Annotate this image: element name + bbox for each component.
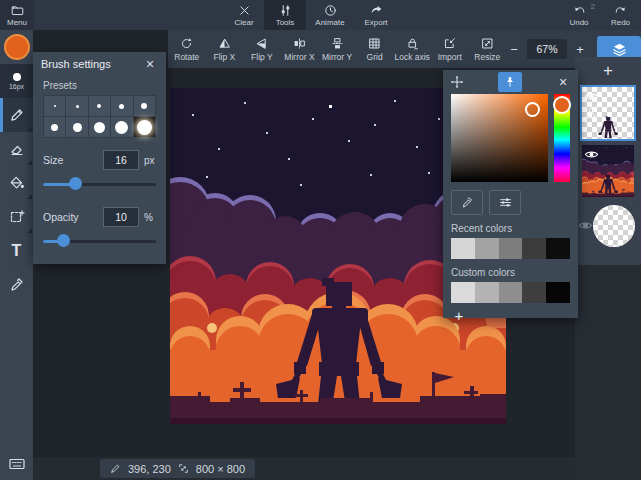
color-swatch[interactable] (522, 282, 546, 303)
brush-preset-12[interactable] (111, 117, 132, 137)
color-swatch[interactable] (499, 282, 523, 303)
color-swatch[interactable] (475, 238, 499, 259)
layer-visibility-icon-off[interactable] (578, 218, 593, 233)
layer-visibility-icon[interactable] (584, 147, 599, 162)
color-swatch[interactable] (546, 238, 570, 259)
sb-selector[interactable] (525, 102, 540, 117)
brush-preset-16[interactable] (134, 117, 155, 137)
size-slider-thumb[interactable] (69, 177, 82, 190)
tools-label: Tools (276, 18, 295, 27)
tool-text[interactable]: T (0, 234, 33, 268)
import-icon (443, 37, 456, 50)
resize-button[interactable]: Resize (469, 30, 507, 68)
pencil-icon (9, 107, 25, 123)
mirror-x-button[interactable]: Mirror X (281, 30, 319, 68)
zoom-in-button[interactable]: + (572, 39, 588, 59)
tool-select[interactable] (0, 200, 33, 234)
mirror-x-label: Mirror X (284, 52, 314, 62)
size-slider[interactable] (43, 177, 156, 191)
layers-icon (612, 42, 627, 57)
tool-eraser[interactable] (0, 132, 33, 166)
brush-preset-3[interactable] (89, 96, 110, 116)
pin-icon (504, 76, 516, 88)
custom-colors-label: Custom colors (451, 267, 570, 278)
color-swatch[interactable] (451, 238, 475, 259)
pencil-icon (110, 463, 121, 474)
brush-preset-4[interactable] (111, 96, 132, 116)
transparency-checker (593, 205, 635, 247)
tools-button[interactable]: Tools (264, 0, 306, 30)
clear-label: Clear (234, 18, 253, 27)
undo-button[interactable]: 2 Undo (558, 0, 600, 30)
export-button[interactable]: Export (354, 0, 398, 30)
opacity-input[interactable] (103, 207, 139, 227)
hue-slider[interactable] (554, 94, 570, 182)
move-icon[interactable] (450, 75, 464, 89)
lock-axis-button[interactable]: Lock axis (393, 30, 431, 68)
color-swatch[interactable] (499, 238, 523, 259)
current-color-well[interactable] (0, 30, 33, 64)
size-input[interactable] (103, 150, 139, 170)
brush-preset-dot (141, 103, 147, 109)
grid-label: Grid (367, 52, 383, 62)
tool-options-corner (27, 228, 32, 233)
opacity-slider-thumb[interactable] (57, 234, 70, 247)
color-swatch[interactable] (475, 282, 499, 303)
add-layer-button[interactable]: + (575, 59, 641, 83)
layer-item-2[interactable] (582, 145, 634, 197)
clear-button[interactable]: Clear (224, 0, 264, 30)
mirror-y-button[interactable]: Mirror Y (318, 30, 356, 68)
alpha-lock-icon[interactable] (585, 106, 598, 119)
eyedropper-button[interactable] (451, 190, 483, 215)
picker-row (451, 94, 570, 182)
add-custom-color-button[interactable]: + (451, 307, 467, 324)
rotate-button[interactable]: Rotate (168, 30, 206, 68)
brush-preset-2[interactable] (66, 96, 87, 116)
saturation-brightness-field[interactable] (451, 94, 548, 182)
opacity-slider[interactable] (43, 234, 156, 248)
tool-options-corner (27, 160, 32, 165)
paint-bucket-icon (9, 175, 25, 191)
flip-y-button[interactable]: Flip Y (243, 30, 281, 68)
zoom-out-button[interactable]: − (506, 39, 522, 59)
brush-preset-10[interactable] (89, 117, 110, 137)
brush-preset-dot (54, 105, 56, 107)
brush-settings-close-icon[interactable]: × (142, 56, 158, 72)
clock-icon (324, 4, 337, 17)
flip-x-button[interactable]: Flip X (206, 30, 244, 68)
brush-preset-1[interactable] (44, 96, 65, 116)
grid-button[interactable]: Grid (356, 30, 394, 68)
brush-preset-5[interactable] (134, 96, 155, 116)
color-sliders-button[interactable] (489, 190, 521, 215)
shortcut-toggle[interactable] (0, 458, 33, 470)
layer-item-1[interactable] (582, 87, 634, 139)
mirror-y-label: Mirror Y (322, 52, 352, 62)
brush-preset-6[interactable] (44, 117, 65, 137)
color-picker-body: Recent colors Custom colors + (443, 94, 578, 324)
color-swatch[interactable] (522, 238, 546, 259)
pin-panel-button[interactable] (498, 72, 522, 92)
recent-colors-label: Recent colors (451, 223, 570, 234)
color-picker-close-icon[interactable]: × (555, 74, 571, 90)
grid-icon (368, 37, 381, 50)
brush-preset-grid (43, 95, 156, 138)
import-button[interactable]: Import (431, 30, 469, 68)
flip-y-icon (255, 37, 268, 50)
brush-size-preview[interactable]: 16px (0, 64, 33, 98)
hue-selector[interactable] (553, 96, 571, 114)
undo-count-badge: 2 (591, 2, 595, 11)
tool-pencil[interactable] (0, 98, 33, 132)
brush-preset-dot (73, 123, 82, 132)
color-swatch[interactable] (546, 282, 570, 303)
tool-fill[interactable] (0, 166, 33, 200)
menu-button[interactable]: Menu (0, 0, 34, 30)
brush-preset-8[interactable] (66, 117, 87, 137)
redo-button[interactable]: Redo (600, 0, 641, 30)
layer-3-thumbnail (593, 205, 635, 247)
layer-visibility-icon[interactable] (584, 89, 599, 104)
zoom-level[interactable]: 67% (527, 39, 567, 59)
color-swatch[interactable] (451, 282, 475, 303)
tool-eyedropper[interactable] (0, 268, 33, 302)
animate-button[interactable]: Animate (306, 0, 354, 30)
layer-item-3[interactable] (575, 203, 641, 249)
